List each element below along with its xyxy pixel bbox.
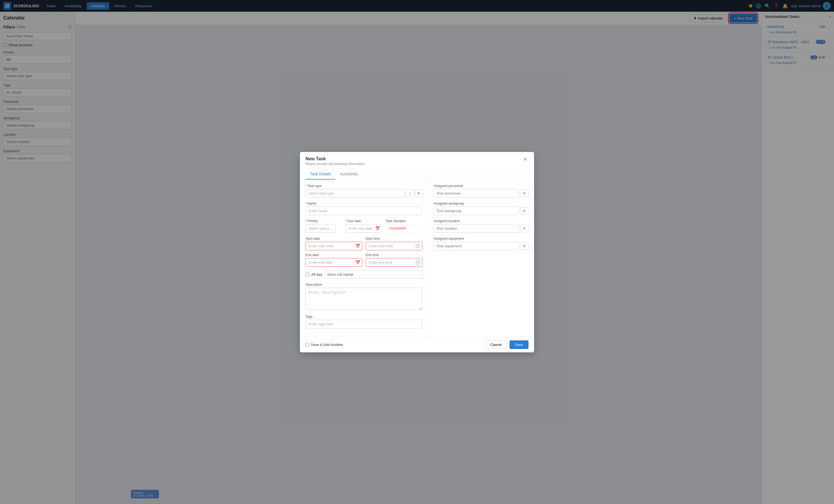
start-time-input[interactable] bbox=[366, 242, 422, 250]
tags-field-label: Tags bbox=[306, 315, 422, 319]
equipment-gear-button[interactable]: ⚙ bbox=[520, 242, 528, 250]
end-time-label: End time bbox=[366, 253, 422, 257]
tab-task-details[interactable]: Task Details bbox=[306, 169, 335, 179]
task-duration-field-label: Task Duration bbox=[386, 219, 422, 223]
workgroup-gear-button[interactable]: ⚙ bbox=[520, 207, 528, 215]
workgroup-input[interactable] bbox=[434, 206, 519, 215]
all-day-checkbox[interactable] bbox=[306, 272, 309, 276]
task-type-group: *Task type Select task type ⋮ ▾ bbox=[306, 184, 422, 198]
start-date-col: Start date 📅 bbox=[306, 237, 363, 250]
end-row: End date 📅 End time 🕐 bbox=[306, 253, 422, 267]
due-date-col: *Due date 📅 bbox=[346, 219, 382, 233]
start-row: Start date 📅 Start time 🕐 bbox=[306, 237, 422, 250]
location-gear-button[interactable]: ⚙ bbox=[520, 225, 528, 232]
personnel-input[interactable] bbox=[434, 189, 519, 198]
name-input[interactable] bbox=[306, 206, 422, 215]
task-type-chevron-btn[interactable]: ▾ bbox=[415, 189, 422, 197]
end-date-input[interactable] bbox=[306, 258, 363, 267]
modal-header: New Task Please provide the following in… bbox=[300, 152, 534, 169]
equipment-input-wrap: ⚙ bbox=[434, 242, 528, 250]
priority-due-row: *Priority Select task p... *Due date 📅 bbox=[306, 219, 422, 233]
tags-input[interactable] bbox=[306, 320, 422, 328]
equipment-input[interactable] bbox=[434, 242, 519, 250]
modal-right-column: Assigned personnel ⚙ Assigned workgroup … bbox=[428, 179, 534, 337]
modal-footer: Save & Add Another Cancel Save bbox=[300, 337, 534, 352]
description-group: Description bbox=[306, 283, 422, 311]
cancel-button[interactable]: Cancel bbox=[485, 341, 507, 349]
assigned-equipment-group: Assigned equipment ⚙ bbox=[434, 237, 528, 250]
start-date-input[interactable] bbox=[306, 242, 363, 250]
assigned-equipment-label: Assigned equipment bbox=[434, 237, 528, 241]
new-task-modal: New Task Please provide the following in… bbox=[300, 152, 534, 352]
description-label: Description bbox=[306, 283, 422, 287]
task-duration-unavailable: Unavailable bbox=[386, 224, 422, 233]
task-type-field-label: *Task type bbox=[306, 184, 422, 188]
location-input-wrap: ⚙ bbox=[434, 224, 528, 233]
assigned-workgroup-group: Assigned workgroup ⚙ bbox=[434, 201, 528, 215]
save-add-another-label: Save & Add Another bbox=[311, 343, 343, 347]
save-add-another-checkbox[interactable] bbox=[306, 343, 309, 347]
end-date-wrap: 📅 bbox=[306, 258, 363, 267]
assigned-personnel-label: Assigned personnel bbox=[434, 184, 528, 188]
modal-overlay: New Task Please provide the following in… bbox=[0, 0, 834, 504]
personnel-input-wrap: ⚙ bbox=[434, 189, 528, 198]
due-date-field-label: *Due date bbox=[346, 219, 382, 223]
modal-body: *Task type Select task type ⋮ ▾ *Name bbox=[300, 179, 534, 337]
task-duration-col: Task Duration Unavailable bbox=[386, 219, 422, 233]
save-add-another-wrap: Save & Add Another bbox=[306, 343, 343, 347]
task-type-select[interactable]: Select task type bbox=[306, 189, 404, 198]
priority-col: *Priority Select task p... bbox=[306, 219, 342, 233]
all-day-row: All day Does not repeat bbox=[306, 270, 422, 279]
start-time-col: Start time 🕐 bbox=[366, 237, 422, 250]
end-time-input[interactable] bbox=[366, 258, 422, 267]
description-textarea[interactable] bbox=[306, 288, 422, 310]
modal-tabs: Task Details Availability bbox=[300, 169, 534, 179]
priority-field-label: *Priority bbox=[306, 219, 342, 223]
modal-left-column: *Task type Select task type ⋮ ▾ *Name bbox=[300, 179, 428, 337]
assigned-location-label: Assigned location bbox=[434, 219, 528, 223]
personnel-gear-button[interactable]: ⚙ bbox=[520, 190, 528, 197]
assigned-personnel-group: Assigned personnel ⚙ bbox=[434, 184, 528, 198]
modal-title: New Task bbox=[306, 156, 365, 161]
modal-close-button[interactable]: ✕ bbox=[522, 156, 528, 162]
end-time-col: End time 🕐 bbox=[366, 253, 422, 267]
start-time-wrap: 🕐 bbox=[366, 242, 422, 250]
name-group: *Name bbox=[306, 201, 422, 215]
end-time-wrap: 🕐 bbox=[366, 258, 422, 267]
due-date-wrap: 📅 bbox=[346, 224, 382, 233]
save-button[interactable]: Save bbox=[509, 341, 528, 349]
end-date-label: End date bbox=[306, 253, 363, 257]
task-type-select-wrap: Select task type ⋮ ▾ bbox=[306, 189, 422, 198]
end-date-col: End date 📅 bbox=[306, 253, 363, 267]
assigned-workgroup-label: Assigned workgroup bbox=[434, 201, 528, 205]
task-type-extra-btn[interactable]: ⋮ bbox=[405, 189, 414, 197]
location-input[interactable] bbox=[434, 224, 519, 233]
name-field-label: *Name bbox=[306, 201, 422, 205]
workgroup-input-wrap: ⚙ bbox=[434, 206, 528, 215]
annotation-arrow bbox=[756, 0, 817, 5]
tags-group: Tags bbox=[306, 315, 422, 328]
due-date-input[interactable] bbox=[346, 224, 382, 233]
start-date-label: Start date bbox=[306, 237, 363, 241]
tab-availability[interactable]: Availability bbox=[335, 169, 363, 179]
priority-select[interactable]: Select task p... bbox=[306, 224, 336, 233]
start-time-label: Start time bbox=[366, 237, 422, 241]
all-day-label: All day bbox=[311, 272, 322, 277]
start-date-wrap: 📅 bbox=[306, 242, 363, 250]
modal-subtitle: Please provide the following information bbox=[306, 162, 365, 166]
assigned-location-group: Assigned location ⚙ bbox=[434, 219, 528, 233]
repeat-select[interactable]: Does not repeat bbox=[325, 270, 422, 279]
